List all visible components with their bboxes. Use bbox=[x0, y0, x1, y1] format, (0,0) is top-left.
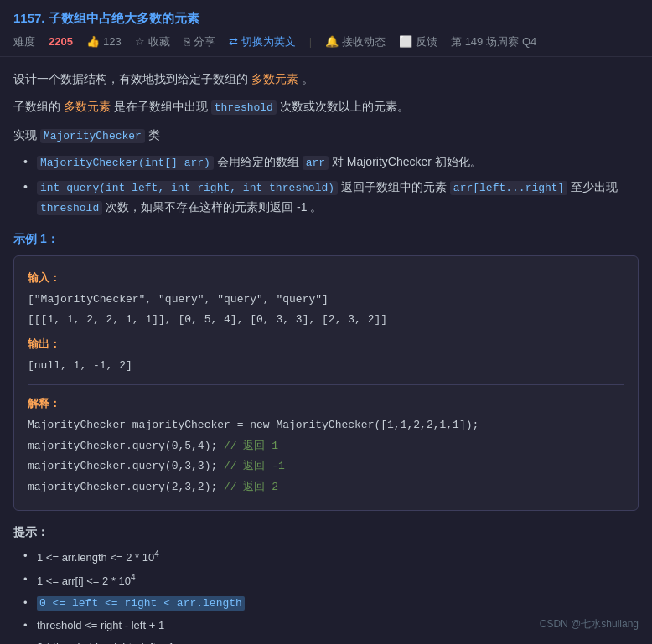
output-value: [null, 1, -1, 2] bbox=[28, 359, 132, 372]
share-icon: ⎘ bbox=[184, 33, 190, 51]
input-label: 输入： bbox=[28, 271, 60, 284]
example-section: 示例 1： 输入： ["MajorityChecker", "query", "… bbox=[13, 229, 639, 510]
comment1: // 返回 1 bbox=[224, 440, 278, 452]
problem-description: 设计一个数据结构，有效地找到给定子数组的 多数元素 。 子数组的 多数元素 是在… bbox=[13, 69, 639, 118]
explain-line1: MajorityChecker majorityChecker = new Ma… bbox=[28, 415, 624, 436]
like-button[interactable]: 👍 123 bbox=[86, 33, 122, 51]
share-label: 分享 bbox=[194, 33, 215, 51]
like-count: 123 bbox=[103, 33, 122, 51]
notify-icon: 🔔 bbox=[325, 33, 339, 51]
hint3-code: 0 <= left <= right < arr.length bbox=[37, 596, 245, 611]
example-box: 输入： ["MajorityChecker", "query", "query"… bbox=[13, 255, 639, 511]
explain-line2: majorityChecker.query(0,5,4); // 返回 1 bbox=[28, 436, 624, 457]
input-line1: ["MajorityChecker", "query", "query", "q… bbox=[28, 293, 329, 306]
desc-line1: 设计一个数据结构，有效地找到给定子数组的 多数元素 。 bbox=[13, 69, 639, 90]
explain-line4: majorityChecker.query(2,3,2); // 返回 2 bbox=[28, 477, 624, 498]
threshold-inline2: threshold bbox=[37, 201, 102, 215]
contest-tag: Q4 bbox=[522, 33, 536, 51]
method-list: MajorityChecker(int[] arr) 会用给定的数组 arr 对… bbox=[13, 152, 639, 218]
method1-code: MajorityChecker(int[] arr) bbox=[37, 156, 214, 170]
method1-text: 会用给定的数组 arr 对 MajorityChecker 初始化。 bbox=[217, 155, 482, 168]
explain-label: 解释： bbox=[28, 397, 60, 410]
watermark: CSDN @七水shuliang bbox=[540, 616, 639, 632]
page-title: 1157. bbox=[13, 8, 45, 28]
share-button[interactable]: ⎘ 分享 bbox=[184, 33, 215, 51]
hint-item-3: 0 <= left <= right < arr.length bbox=[27, 595, 639, 613]
difficulty-label: 难度 bbox=[13, 33, 35, 51]
separator: | bbox=[309, 33, 312, 51]
output-section: 输出： [null, 1, -1, 2] bbox=[28, 334, 624, 376]
highlight-majority2: 多数元素 bbox=[64, 100, 111, 113]
explain-line3: majorityChecker.query(0,3,3); // 返回 -1 bbox=[28, 456, 624, 477]
implement-section: 实现 MajorityChecker 类 MajorityChecker(int… bbox=[13, 126, 639, 218]
desc-line2: 子数组的 多数元素 是在子数组中出现 threshold 次数或次数以上的元素。 bbox=[13, 96, 639, 117]
method2-code: int query(int left, int right, int thres… bbox=[37, 181, 338, 195]
class-name-inline: MajorityChecker bbox=[40, 129, 145, 143]
title-row: 1157. 子数组中占绝大多数的元素 bbox=[13, 8, 639, 28]
notify-button[interactable]: 🔔 接收动态 bbox=[325, 33, 386, 51]
problem-title: 子数组中占绝大多数的元素 bbox=[49, 8, 199, 28]
contest-label: 第 149 场周赛 bbox=[451, 33, 519, 51]
difficulty-value: 2205 bbox=[49, 33, 73, 51]
collect-icon: ☆ bbox=[135, 33, 145, 51]
notify-label: 接收动态 bbox=[342, 33, 386, 51]
switch-language-button[interactable]: ⇄ 切换为英文 bbox=[229, 33, 296, 51]
input-section: 输入： ["MajorityChecker", "query", "query"… bbox=[28, 268, 624, 331]
output-label: 输出： bbox=[28, 337, 60, 350]
content-area: 设计一个数据结构，有效地找到给定子数组的 多数元素 。 子数组的 多数元素 是在… bbox=[0, 57, 652, 644]
feedback-label: 反馈 bbox=[416, 33, 437, 51]
meta-row: 难度 2205 👍 123 ☆ 收藏 ⎘ 分享 ⇄ 切换为英文 | 🔔 接收动态 bbox=[13, 33, 639, 51]
comment2: // 返回 -1 bbox=[224, 460, 285, 472]
contest-link[interactable]: 第 149 场周赛 Q4 bbox=[451, 33, 536, 51]
feedback-icon: ⬜ bbox=[399, 33, 412, 51]
hint-item-1: 1 <= arr.length <= 2 * 104 bbox=[27, 548, 639, 567]
method-item-1: MajorityChecker(int[] arr) 会用给定的数组 arr 对… bbox=[27, 152, 639, 173]
switch-icon: ⇄ bbox=[229, 33, 238, 51]
like-icon: 👍 bbox=[86, 33, 100, 51]
hint-item-2: 1 <= arr[i] <= 2 * 104 bbox=[27, 571, 639, 590]
hint-item-5: 2 * threshold > right - left + 1 bbox=[27, 639, 639, 644]
threshold-inline1: threshold bbox=[211, 100, 277, 115]
method-item-2: int query(int left, int right, int thres… bbox=[27, 178, 639, 218]
highlight-majority: 多数元素 bbox=[251, 72, 298, 85]
implement-label: 实现 MajorityChecker 类 bbox=[13, 128, 160, 142]
comment3: // 返回 2 bbox=[224, 481, 278, 493]
hint-title: 提示： bbox=[13, 523, 639, 541]
header: 1157. 子数组中占绝大多数的元素 难度 2205 👍 123 ☆ 收藏 ⎘ … bbox=[0, 0, 652, 57]
page-container: 1157. 子数组中占绝大多数的元素 难度 2205 👍 123 ☆ 收藏 ⎘ … bbox=[0, 0, 652, 644]
example-title: 示例 1： bbox=[13, 229, 639, 248]
arr-inline: arr bbox=[303, 156, 329, 170]
arr-range-inline: arr[left...right] bbox=[450, 181, 568, 195]
sup1: 4 bbox=[154, 549, 159, 559]
collect-label: 收藏 bbox=[148, 33, 170, 51]
switch-label: 切换为英文 bbox=[241, 33, 296, 51]
input-line2: [[[1, 1, 2, 2, 1, 1]], [0, 5, 4], [0, 3,… bbox=[28, 313, 387, 326]
explain-section: 解释： MajorityChecker majorityChecker = ne… bbox=[28, 384, 624, 497]
sup2: 4 bbox=[131, 573, 136, 582]
feedback-button[interactable]: ⬜ 反馈 bbox=[399, 33, 437, 51]
collect-button[interactable]: ☆ 收藏 bbox=[135, 33, 170, 51]
